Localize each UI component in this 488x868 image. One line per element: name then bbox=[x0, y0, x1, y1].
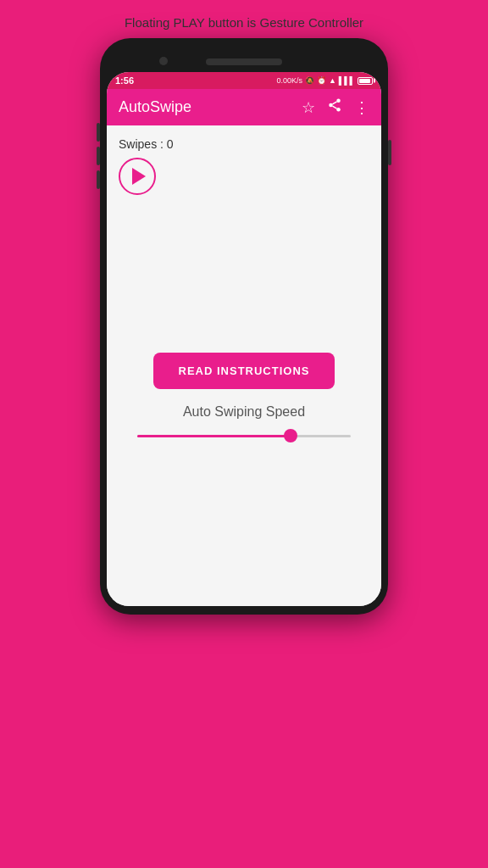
wifi-icon: ▲ bbox=[329, 76, 336, 85]
network-speed: 0.00K/s bbox=[276, 76, 302, 85]
slider-fill bbox=[137, 435, 291, 437]
more-icon[interactable]: ⋮ bbox=[354, 98, 369, 117]
alarm-icon: ⏰ bbox=[317, 76, 326, 85]
share-icon[interactable] bbox=[327, 97, 342, 117]
speed-label: Auto Swiping Speed bbox=[183, 404, 305, 420]
battery-icon bbox=[358, 77, 373, 85]
mute-icon: 🔕 bbox=[305, 76, 314, 85]
phone-frame: 1:56 0.00K/s 🔕 ⏰ ▲ ▌▌▌ AutoSwipe ☆ bbox=[100, 38, 388, 615]
status-bar: 1:56 0.00K/s 🔕 ⏰ ▲ ▌▌▌ bbox=[107, 72, 381, 89]
svg-point-2 bbox=[336, 108, 341, 112]
slider-track[interactable] bbox=[137, 435, 351, 437]
status-right: 0.00K/s 🔕 ⏰ ▲ ▌▌▌ bbox=[276, 76, 373, 85]
status-time: 1:56 bbox=[115, 75, 134, 86]
slider-thumb[interactable] bbox=[284, 429, 297, 442]
star-icon[interactable]: ☆ bbox=[302, 98, 315, 117]
center-section: READ INSTRUCTIONS Auto Swiping Speed bbox=[119, 195, 369, 594]
svg-line-3 bbox=[332, 106, 336, 108]
app-bar-actions: ☆ ⋮ bbox=[302, 97, 369, 117]
top-label: Floating PLAY button is Gesture Controll… bbox=[108, 15, 380, 30]
play-button[interactable] bbox=[119, 158, 156, 195]
swipes-label: Swipes : 0 bbox=[119, 137, 174, 151]
slider-container bbox=[137, 435, 351, 437]
phone-camera bbox=[159, 57, 168, 65]
app-bar: AutoSwipe ☆ ⋮ bbox=[107, 89, 381, 125]
app-content: Swipes : 0 READ INSTRUCTIONS Auto Swipin… bbox=[107, 125, 381, 606]
phone-screen: 1:56 0.00K/s 🔕 ⏰ ▲ ▌▌▌ AutoSwipe ☆ bbox=[107, 72, 381, 606]
svg-point-0 bbox=[336, 99, 341, 103]
read-instructions-button[interactable]: READ INSTRUCTIONS bbox=[153, 353, 336, 389]
phone-speaker bbox=[206, 58, 282, 65]
signal-icon: ▌▌▌ bbox=[339, 76, 355, 85]
svg-line-4 bbox=[332, 102, 336, 104]
play-triangle-icon bbox=[132, 168, 146, 185]
svg-point-1 bbox=[329, 103, 333, 108]
app-title: AutoSwipe bbox=[119, 98, 191, 116]
